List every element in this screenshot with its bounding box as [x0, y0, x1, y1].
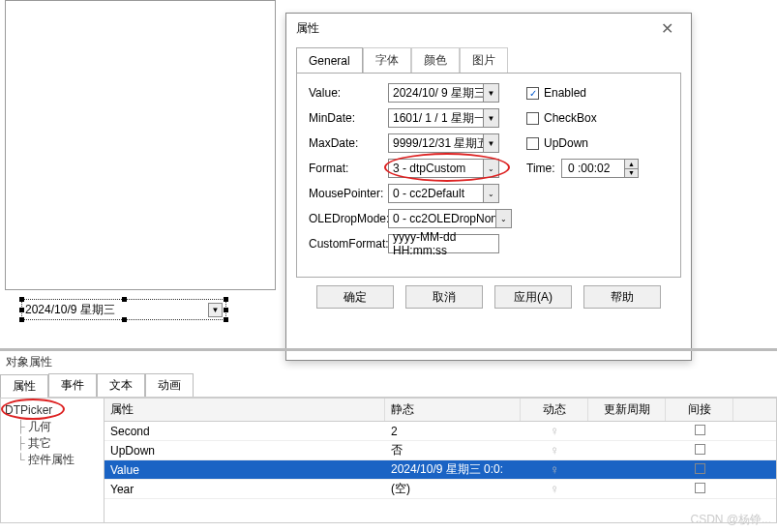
spin-up-icon[interactable]: ▲	[625, 160, 638, 169]
cell-static: 2	[385, 425, 521, 438]
general-panel: Value: 2024/10/ 9 星期三▼ ✓Enabled MinDate:…	[296, 73, 681, 278]
tree-item[interactable]: 几何	[28, 420, 51, 433]
chevron-down-icon[interactable]: ▼	[208, 303, 223, 317]
properties-grid: 属性 静态 动态 更新周期 间接 Second2♀UpDown否♀Value20…	[105, 398, 777, 523]
chevron-down-icon[interactable]: ▼	[483, 134, 498, 152]
apply-button[interactable]: 应用(A)	[494, 285, 572, 309]
cancel-button[interactable]: 取消	[405, 285, 483, 309]
label-maxdate: MaxDate:	[309, 136, 388, 150]
label-value: Value:	[309, 86, 388, 100]
tab-general[interactable]: General	[296, 47, 363, 73]
chevron-down-icon[interactable]: ⌄	[495, 210, 511, 227]
chevron-down-icon[interactable]: ⌄	[483, 185, 498, 202]
pane-title: 对象属性	[0, 351, 777, 373]
col-header-static[interactable]: 静态	[385, 399, 521, 421]
label-mindate: MinDate:	[309, 111, 388, 125]
pane-tab-text[interactable]: 文本	[97, 373, 145, 397]
cell-dynamic[interactable]: ♀	[521, 462, 588, 477]
enabled-checkbox[interactable]: ✓Enabled	[526, 86, 586, 100]
mousepointer-select[interactable]: 0 - cc2Default⌄	[388, 184, 499, 203]
table-row[interactable]: UpDown否♀	[105, 441, 776, 460]
label-mousepointer: MousePointer:	[309, 187, 388, 200]
object-tree[interactable]: DTPicker ├ 几何 ├ 其它 └ 控件属性	[0, 398, 105, 523]
help-button[interactable]: 帮助	[583, 285, 661, 309]
updown-checkbox[interactable]: UpDown	[526, 136, 588, 150]
label-format: Format:	[309, 162, 388, 175]
time-spinner[interactable]: 0 :00:02▲▼	[561, 159, 639, 178]
tab-font[interactable]: 字体	[363, 47, 411, 73]
cell-dynamic[interactable]: ♀	[521, 424, 588, 438]
cell-name: Value	[105, 463, 385, 477]
label-customformat: CustomFormat:	[309, 237, 388, 251]
cell-link[interactable]	[666, 444, 733, 458]
cell-static: 否	[385, 442, 521, 458]
spin-down-icon[interactable]: ▼	[625, 169, 638, 178]
bulb-icon: ♀	[550, 482, 559, 496]
ok-button[interactable]: 确定	[316, 285, 394, 309]
checkbox-checkbox[interactable]: CheckBox	[526, 111, 597, 125]
customformat-input[interactable]: yyyy-MM-dd HH:mm:ss	[388, 234, 499, 253]
col-header-name[interactable]: 属性	[105, 399, 385, 421]
design-canvas	[5, 0, 276, 290]
dtpicker-object[interactable]: 2024/10/9 星期三 ▼	[21, 299, 226, 320]
col-header-period[interactable]: 更新周期	[588, 399, 666, 421]
cell-link[interactable]	[666, 483, 733, 496]
col-header-link[interactable]: 间接	[666, 399, 733, 421]
cell-static: (空)	[385, 481, 521, 497]
chevron-down-icon[interactable]: ▼	[483, 84, 498, 102]
value-field[interactable]: 2024/10/ 9 星期三▼	[388, 83, 499, 103]
dialog-title: 属性	[296, 20, 319, 37]
close-icon[interactable]: ✕	[652, 19, 681, 38]
table-row[interactable]: Second2♀	[105, 422, 776, 441]
highlight-circle	[384, 153, 510, 182]
mindate-field[interactable]: 1601/ 1 / 1 星期一▼	[388, 108, 499, 128]
bulb-icon: ♀	[550, 462, 559, 477]
chevron-down-icon[interactable]: ▼	[483, 109, 498, 127]
bulb-icon: ♀	[550, 424, 559, 438]
oledropmode-select[interactable]: 0 - cc2OLEDropNone⌄	[388, 209, 512, 228]
watermark: CSDN @杨铮...	[690, 512, 771, 528]
pane-tab-anim[interactable]: 动画	[145, 373, 194, 397]
highlight-circle	[1, 399, 65, 420]
cell-name: Second	[105, 425, 385, 438]
tab-image[interactable]: 图片	[460, 47, 508, 73]
tree-item[interactable]: 控件属性	[28, 453, 75, 466]
cell-link[interactable]	[666, 425, 733, 438]
tab-color[interactable]: 颜色	[411, 47, 460, 73]
bulb-icon: ♀	[550, 443, 559, 458]
dtpicker-value: 2024/10/9 星期三	[25, 302, 115, 318]
pane-tab-event[interactable]: 事件	[48, 373, 97, 397]
cell-dynamic[interactable]: ♀	[521, 482, 588, 496]
tree-item[interactable]: 其它	[28, 436, 51, 450]
label-time: Time:	[526, 162, 561, 175]
properties-dialog: 属性 ✕ General 字体 颜色 图片 Value: 2024/10/ 9 …	[285, 13, 692, 361]
cell-link[interactable]	[666, 463, 733, 477]
col-header-dynamic[interactable]: 动态	[521, 399, 588, 421]
cell-name: UpDown	[105, 444, 385, 458]
cell-static: 2024/10/9 星期三 0:0:	[385, 461, 521, 478]
table-row[interactable]: Value2024/10/9 星期三 0:0:♀	[105, 460, 776, 480]
pane-tab-attr[interactable]: 属性	[0, 374, 48, 398]
table-row[interactable]: Year(空)♀	[105, 480, 776, 499]
label-oledropmode: OLEDropMode:	[309, 212, 388, 225]
maxdate-field[interactable]: 9999/12/31 星期五▼	[388, 133, 499, 153]
cell-dynamic[interactable]: ♀	[521, 443, 588, 458]
cell-name: Year	[105, 483, 385, 496]
object-properties-pane: 对象属性 属性 事件 文本 动画 DTPicker ├ 几何 ├ 其它 └ 控件…	[0, 348, 777, 532]
